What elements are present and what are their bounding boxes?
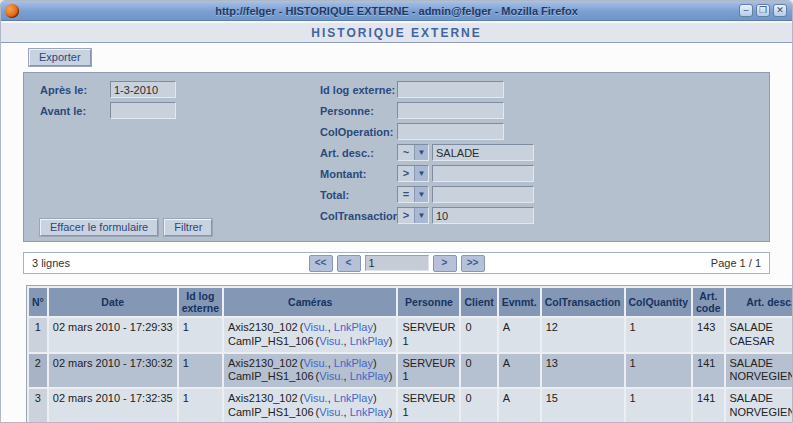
pager-controls: << < > >> [24, 255, 769, 272]
minimize-button[interactable]: – [739, 4, 753, 17]
window-title: http://felger - HISTORIQUE EXTERNE - adm… [1, 5, 792, 17]
close-paren: ) [389, 335, 393, 347]
id-log-externe-input[interactable] [397, 81, 504, 98]
page-content: Exporter Après le: Avant le: Id log exte… [1, 43, 792, 423]
visu-link[interactable]: Visu. [319, 406, 343, 418]
col-header-num: N° [29, 288, 47, 316]
lnkplay-link[interactable]: LnkPlay [334, 357, 373, 369]
close-paren: ) [389, 406, 393, 418]
lnkplay-link[interactable]: LnkPlay [334, 392, 373, 404]
lnkplay-link[interactable]: LnkPlay [350, 335, 389, 347]
lnkplay-link[interactable]: LnkPlay [350, 370, 389, 382]
table-row: 1 02 mars 2010 - 17:29:33 1 Axis2130_102… [29, 318, 793, 352]
montant-input[interactable] [432, 165, 534, 182]
visu-link[interactable]: Visu. [319, 335, 343, 347]
visu-link[interactable]: Visu. [319, 370, 343, 382]
art-desc-input[interactable] [432, 144, 534, 161]
col-header-personne: Personne [398, 288, 459, 316]
col-header-evnmt: Evnmt. [499, 288, 540, 316]
cell-art-desc: SALADE CAESAR [726, 318, 793, 352]
total-input[interactable] [432, 186, 534, 203]
montant-label: Montant: [320, 168, 366, 180]
coltransaction-input[interactable] [432, 207, 534, 224]
table-row: 2 02 mars 2010 - 17:30:32 1 Axis2130_102… [29, 354, 793, 388]
before-date-input[interactable] [110, 102, 176, 119]
cell-client: 0 [461, 354, 496, 388]
montant-operator-value: > [398, 166, 414, 181]
camera-name: CamIP_HS1_106 [228, 370, 314, 382]
history-table: N° Date Id log externe Caméras Personne … [26, 285, 793, 423]
window-titlebar[interactable]: http://felger - HISTORIQUE EXTERNE - adm… [1, 1, 792, 21]
coltransaction-operator-value: > [398, 208, 414, 223]
last-page-button[interactable]: >> [461, 255, 485, 272]
cell-date: 02 mars 2010 - 17:29:33 [49, 318, 177, 352]
prev-page-button[interactable]: < [337, 255, 361, 272]
cell-date: 02 mars 2010 - 17:30:32 [49, 354, 177, 388]
cell-cameras: Axis2130_102(Visu., LnkPlay) CamIP_HS1_1… [224, 318, 396, 352]
camera-name: CamIP_HS1_106 [228, 335, 314, 347]
montant-operator-select[interactable]: > ▼ [397, 165, 429, 182]
personne-label: Personne: [320, 105, 374, 117]
first-page-button[interactable]: << [309, 255, 333, 272]
cell-colquantity: 1 [626, 389, 692, 423]
chevron-down-icon: ▼ [414, 208, 428, 223]
art-desc-label: Art. desc.: [320, 147, 374, 159]
visu-link[interactable]: Visu. [303, 321, 327, 333]
cell-num: 3 [29, 389, 47, 423]
cell-evnmt: A [499, 389, 540, 423]
cell-id-log: 1 [179, 318, 222, 352]
lnkplay-link[interactable]: LnkPlay [350, 406, 389, 418]
camera-name: Axis2130_102 [228, 357, 298, 369]
cell-art-code: 143 [693, 318, 724, 352]
lnkplay-link[interactable]: LnkPlay [334, 321, 373, 333]
page-indicator: Page 1 / 1 [711, 257, 761, 269]
cell-art-code: 141 [693, 354, 724, 388]
cell-coltransaction: 12 [542, 318, 624, 352]
next-page-button[interactable]: > [433, 255, 457, 272]
clear-form-button[interactable]: Effacer le formulaire [40, 219, 158, 236]
close-paren: ) [389, 370, 393, 382]
cell-art-desc: SALADE NORVEGIENNE [726, 354, 793, 388]
cell-cameras: Axis2130_102(Visu., LnkPlay) CamIP_HS1_1… [224, 389, 396, 423]
cell-colquantity: 1 [626, 318, 692, 352]
coloperation-label: ColOperation: [320, 126, 393, 138]
cell-evnmt: A [499, 318, 540, 352]
art-desc-operator-select[interactable]: ~ ▼ [397, 144, 429, 161]
total-label: Total: [320, 189, 349, 201]
visu-link[interactable]: Visu. [303, 357, 327, 369]
maximize-button[interactable]: ❐ [756, 4, 770, 17]
cell-cameras: Axis2130_102(Visu., LnkPlay) CamIP_HS1_1… [224, 354, 396, 388]
cell-personne: SERVEUR 1 [398, 389, 459, 423]
export-button[interactable]: Exporter [29, 49, 91, 66]
page-number-input[interactable] [365, 255, 429, 271]
filter-button[interactable]: Filtrer [164, 219, 212, 236]
coltransaction-operator-select[interactable]: > ▼ [397, 207, 429, 224]
id-log-externe-label: Id log externe: [320, 84, 395, 96]
after-date-input[interactable] [110, 81, 176, 98]
filter-form-panel: Après le: Avant le: Id log externe: Pers… [23, 72, 770, 242]
table-header-row: N° Date Id log externe Caméras Personne … [29, 288, 793, 316]
coloperation-input[interactable] [397, 123, 504, 140]
cell-art-desc: SALADE NORVEGIENNE [726, 389, 793, 423]
col-header-coltransaction: ColTransaction [542, 288, 624, 316]
browser-viewport: HISTORIQUE EXTERNE Exporter Après le: Av… [1, 21, 792, 423]
col-header-colquantity: ColQuantity [626, 288, 692, 316]
art-desc-operator-value: ~ [398, 145, 414, 160]
chevron-down-icon: ▼ [414, 166, 428, 181]
cell-colquantity: 1 [626, 354, 692, 388]
total-operator-select[interactable]: = ▼ [397, 186, 429, 203]
after-date-label: Après le: [40, 84, 87, 96]
col-header-cameras: Caméras [224, 288, 396, 316]
firefox-icon [5, 4, 19, 18]
personne-input[interactable] [397, 102, 504, 119]
col-header-client: Client [461, 288, 496, 316]
close-button[interactable]: ✕ [773, 4, 787, 17]
close-paren: ) [373, 321, 377, 333]
camera-name: CamIP_HS1_106 [228, 406, 314, 418]
close-paren: ) [373, 357, 377, 369]
cell-art-code: 141 [693, 389, 724, 423]
col-header-art-desc: Art. desc. [726, 288, 793, 316]
page-header: HISTORIQUE EXTERNE [1, 21, 792, 43]
total-operator-value: = [398, 187, 414, 202]
visu-link[interactable]: Visu. [303, 392, 327, 404]
